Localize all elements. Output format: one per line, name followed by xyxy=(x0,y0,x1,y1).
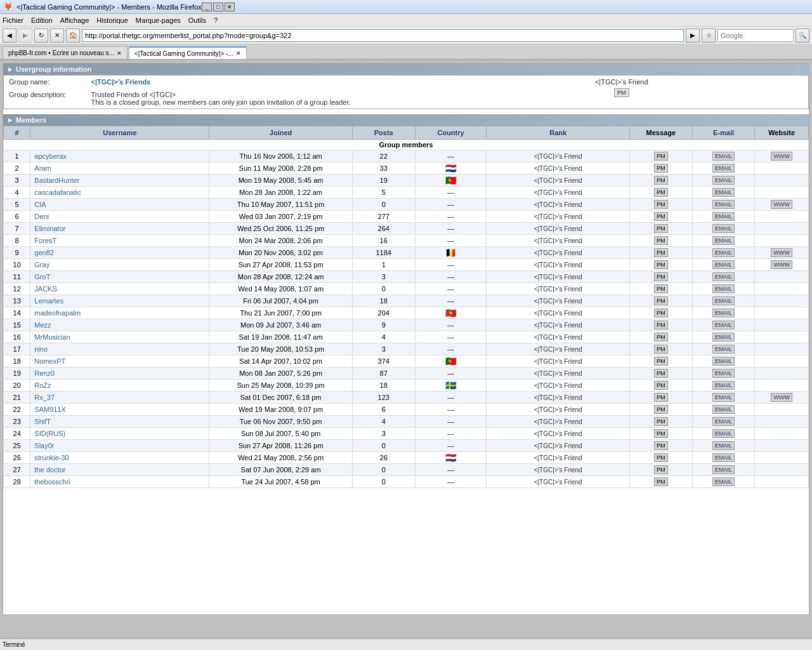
col-joined-link[interactable]: Joined xyxy=(270,129,292,136)
forward-button[interactable]: ▶ xyxy=(18,29,32,43)
menu-affichage[interactable]: Affichage xyxy=(60,17,89,24)
col-header-username[interactable]: Username xyxy=(30,126,209,140)
pm-button[interactable]: PM xyxy=(654,333,668,342)
pm-button[interactable]: PM xyxy=(654,429,668,438)
pm-button[interactable]: PM xyxy=(654,417,668,426)
email-button[interactable]: EMAIL xyxy=(712,284,735,293)
pm-button[interactable]: PM xyxy=(654,405,668,414)
email-button[interactable]: EMAIL xyxy=(712,405,735,414)
pm-button[interactable]: PM xyxy=(654,393,668,402)
email-button[interactable]: EMAIL xyxy=(712,236,735,245)
search-go-button[interactable]: 🔍 xyxy=(796,29,809,43)
email-button[interactable]: EMAIL xyxy=(712,333,735,342)
username-link[interactable]: MrMusician xyxy=(34,333,70,341)
pm-button[interactable]: PM xyxy=(654,308,668,317)
maximize-button[interactable]: □ xyxy=(213,3,223,11)
search-input[interactable] xyxy=(717,29,794,42)
tab-phpbb-close[interactable]: ✕ xyxy=(117,50,122,56)
username-link[interactable]: strunkie-30 xyxy=(34,454,69,461)
minimize-button[interactable]: _ xyxy=(202,3,212,11)
email-button[interactable]: EMAIL xyxy=(712,345,735,354)
menu-edition[interactable]: Edition xyxy=(31,17,53,24)
col-header-joined[interactable]: Joined xyxy=(209,126,353,140)
username-link[interactable]: cascadafanatic xyxy=(34,189,81,196)
close-button[interactable]: ✕ xyxy=(225,3,235,11)
username-link[interactable]: Rx_37 xyxy=(34,394,55,401)
pm-button[interactable]: PM xyxy=(654,236,668,245)
username-link[interactable]: SAM911X xyxy=(34,406,66,413)
col-header-num[interactable]: # xyxy=(4,126,30,140)
email-button[interactable]: EMAIL xyxy=(712,224,735,233)
reload-button[interactable]: ↻ xyxy=(34,29,48,43)
username-link[interactable]: RoZz xyxy=(34,381,51,389)
col-header-country[interactable]: Country xyxy=(415,126,487,140)
col-rank-link[interactable]: Rank xyxy=(549,129,566,136)
email-button[interactable]: EMAIL xyxy=(712,152,735,161)
col-email-link[interactable]: E-mail xyxy=(713,129,734,136)
pm-button[interactable]: PM xyxy=(654,248,668,257)
www-button[interactable]: WWW xyxy=(771,393,792,402)
pm-button[interactable]: PM xyxy=(654,284,668,293)
pm-button[interactable]: PM xyxy=(654,296,668,305)
pm-button[interactable]: PM xyxy=(654,321,668,329)
pm-button[interactable]: PM xyxy=(654,188,668,197)
email-button[interactable]: EMAIL xyxy=(712,260,735,269)
email-button[interactable]: EMAIL xyxy=(712,429,735,438)
email-button[interactable]: EMAIL xyxy=(712,393,735,402)
pm-button[interactable]: PM xyxy=(654,260,668,269)
back-button[interactable]: ◀ xyxy=(3,29,16,43)
pm-button[interactable]: PM xyxy=(654,453,668,462)
pm-button[interactable]: PM xyxy=(654,369,668,378)
username-link[interactable]: thebosschri xyxy=(34,478,70,486)
home-button[interactable]: 🏠 xyxy=(66,29,80,43)
tab-tgc[interactable]: <|Tactical Gaming Community|> -... ✕ xyxy=(129,46,247,59)
username-link[interactable]: Deni xyxy=(34,213,49,220)
www-button[interactable]: WWW xyxy=(771,260,792,269)
pm-button[interactable]: PM xyxy=(654,176,668,185)
pm-button[interactable]: PM xyxy=(654,357,668,366)
username-link[interactable]: nino xyxy=(34,345,48,353)
pm-button[interactable]: PM xyxy=(654,272,668,281)
pm-button[interactable]: PM xyxy=(654,441,668,450)
email-button[interactable]: EMAIL xyxy=(712,308,735,317)
email-button[interactable]: EMAIL xyxy=(712,176,735,185)
email-button[interactable]: EMAIL xyxy=(712,453,735,462)
username-link[interactable]: Slay0r xyxy=(34,442,54,449)
email-button[interactable]: EMAIL xyxy=(712,477,735,486)
email-button[interactable]: EMAIL xyxy=(712,296,735,305)
pm-button[interactable]: PM xyxy=(654,212,668,221)
stop-button[interactable]: ✕ xyxy=(50,29,64,43)
email-button[interactable]: EMAIL xyxy=(712,357,735,366)
pm-button[interactable]: PM xyxy=(654,477,668,486)
col-posts-link[interactable]: Posts xyxy=(374,129,393,136)
pm-button[interactable]: PM xyxy=(654,152,668,161)
username-link[interactable]: BastardHunter xyxy=(34,176,79,184)
username-link[interactable]: CIA xyxy=(34,201,46,208)
menu-outils[interactable]: Outils xyxy=(188,17,206,24)
col-num-link[interactable]: # xyxy=(15,129,19,136)
email-button[interactable]: EMAIL xyxy=(712,248,735,257)
tab-tgc-close[interactable]: ✕ xyxy=(236,50,241,56)
pm-button[interactable]: PM xyxy=(654,465,668,474)
username-link[interactable]: Gray xyxy=(34,261,49,269)
menu-fichier[interactable]: Fichier xyxy=(3,17,23,24)
email-button[interactable]: EMAIL xyxy=(712,465,735,474)
username-link[interactable]: ShifT xyxy=(34,418,51,425)
email-button[interactable]: EMAIL xyxy=(712,381,735,390)
username-link[interactable]: Eliminator xyxy=(34,225,65,232)
username-link[interactable]: the doctor xyxy=(34,466,65,474)
col-header-email[interactable]: E-mail xyxy=(692,126,755,140)
username-link[interactable]: Aram xyxy=(34,164,51,172)
email-button[interactable]: EMAIL xyxy=(712,212,735,221)
username-link[interactable]: Lemartes xyxy=(34,297,63,305)
pm-button[interactable]: PM xyxy=(654,164,668,173)
pm-button[interactable]: PM xyxy=(654,381,668,390)
email-button[interactable]: EMAIL xyxy=(712,321,735,329)
username-link[interactable]: ForesT xyxy=(34,237,56,244)
username-link[interactable]: Mezz xyxy=(34,321,51,329)
menu-help[interactable]: ? xyxy=(214,17,218,24)
email-button[interactable]: EMAIL xyxy=(712,417,735,426)
www-button[interactable]: WWW xyxy=(771,248,792,257)
email-button[interactable]: EMAIL xyxy=(712,164,735,173)
email-button[interactable]: EMAIL xyxy=(712,200,735,209)
